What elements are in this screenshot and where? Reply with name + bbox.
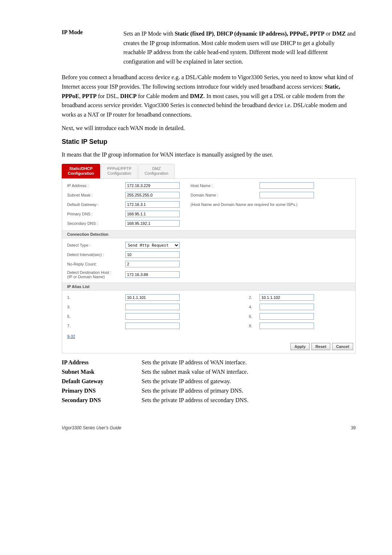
tab-pppoe-pptp[interactable]: PPPoE/PPTPConfiguration [101,164,138,179]
input-alias-5[interactable] [125,313,180,320]
input-alias-4[interactable] [260,304,314,310]
cancel-button[interactable]: Cancel [332,343,353,350]
label-detect-dest-host: Detect Destination Host :(IP or Domain N… [67,270,122,279]
intro-paragraph-2: Next, we will introduce each WAN mode in… [62,123,356,133]
label-secondary-dns: Secondary DNS : [67,221,122,226]
input-host-name[interactable] [260,182,314,189]
def-term-ip-address: IP Address [62,359,142,366]
input-alias-1[interactable] [125,294,180,301]
label-host-name: Host Name : [191,183,256,188]
input-subnet-mask[interactable] [125,192,180,198]
alias-num-5: 5. [67,314,122,319]
label-ip-address: IP Address : [67,183,122,188]
label-detect-interval: Detect Interval(sec) : [67,252,122,257]
alias-num-8: 8. [191,324,256,328]
label-default-gateway: Default Gateway : [67,202,122,207]
def-term-default-gateway: Default Gateway [62,378,142,385]
alias-num-6: 6. [191,314,256,319]
input-alias-3[interactable] [125,304,180,310]
input-no-reply-count[interactable] [125,261,180,267]
select-detect-type[interactable]: Send Http Request [125,242,180,248]
def-desc-primary-dns: Sets the private IP address of primary D… [142,388,243,394]
tab-dmz[interactable]: DMZConfiguration [138,164,174,179]
input-domain-name[interactable] [260,192,314,198]
input-alias-7[interactable] [125,323,180,329]
def-term-subnet-mask: Subnet Mask [62,369,142,375]
section-lead: It means that the IP group information f… [62,150,356,159]
ipmode-term: IP Mode [62,29,123,66]
link-alias-more[interactable]: 9-32 [62,333,80,340]
def-desc-secondary-dns: Sets the private IP address of secondary… [142,397,248,404]
def-term-primary-dns: Primary DNS [62,388,142,394]
label-no-reply-count: No-Reply Count: [67,262,122,266]
reset-button[interactable]: Reset [311,343,330,350]
section-heading: Static IP Setup [62,138,356,146]
note-host-domain: (Host Name and Domain Name are required … [191,202,321,207]
alias-num-4: 4. [191,305,256,309]
alias-num-7: 7. [67,324,122,328]
ipmode-desc: Sets an IP Mode with Static (fixed IP), … [123,29,356,66]
label-detect-type: Detect Type : [67,243,122,247]
input-default-gateway[interactable] [125,201,180,208]
def-desc-subnet-mask: Sets the subnet mask value of WAN interf… [142,369,248,375]
label-subnet-mask: Subnet Mask : [67,193,122,197]
page-number: 39 [351,425,356,430]
input-secondary-dns[interactable] [125,220,180,227]
input-alias-2[interactable] [260,294,314,301]
input-alias-6[interactable] [260,313,314,320]
section-bar-conn-detect: Connection Detection [62,230,355,238]
intro-paragraph-1: Before you connect a broadband access de… [62,73,356,119]
footer-text: Vigor3300 Series User's Guide [62,425,121,430]
alias-num-1: 1. [67,295,122,300]
def-desc-default-gateway: Sets the private IP address of gateway. [142,378,231,385]
alias-num-3: 3. [67,305,122,309]
def-term-secondary-dns: Secondary DNS [62,397,142,404]
input-primary-dns[interactable] [125,211,180,217]
label-primary-dns: Primary DNS : [67,212,122,216]
input-ip-address[interactable] [125,182,180,189]
input-alias-8[interactable] [260,323,314,329]
section-bar-ip-alias: IP Alias List [62,283,355,291]
input-detect-dest-host[interactable] [125,271,180,278]
input-detect-interval[interactable] [125,251,180,258]
tab-static-dhcp[interactable]: Static/DHCPConfiguration [62,164,100,179]
apply-button[interactable]: Apply [290,343,310,350]
alias-num-2: 2. [191,295,256,300]
def-desc-ip-address: Sets the private IP address of WAN inter… [142,359,247,366]
label-domain-name: Domain Name : [191,193,256,197]
